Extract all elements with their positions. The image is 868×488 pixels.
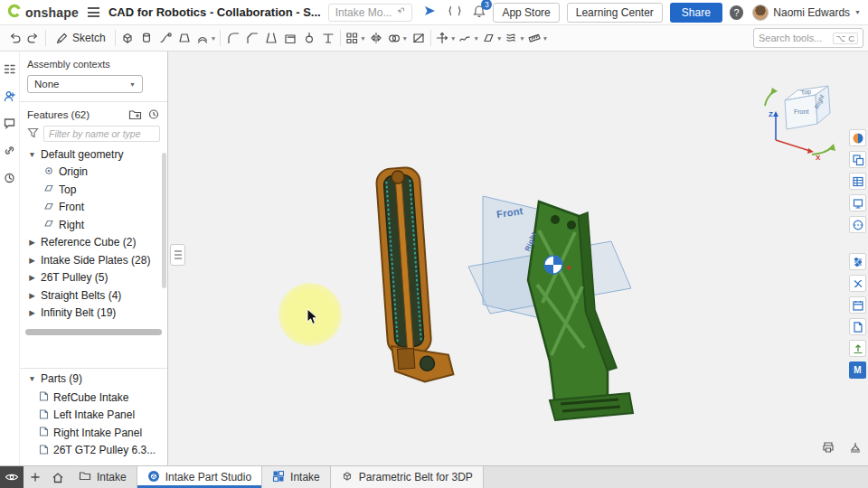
tree-group-straight-belts[interactable]: ▶ Straight Belts (4): [20, 286, 167, 305]
tab-folder-intake[interactable]: Intake: [69, 466, 137, 488]
revolve-icon[interactable]: [137, 27, 156, 49]
panel-scrollbar[interactable]: [162, 153, 166, 288]
extrude-icon[interactable]: [118, 27, 137, 49]
rollback-bar[interactable]: [25, 329, 162, 335]
follow-mode-icon[interactable]: [423, 5, 437, 21]
tree-item-origin[interactable]: Origin: [20, 164, 167, 182]
helix-icon[interactable]: ▼: [503, 27, 525, 49]
configurations-icon[interactable]: [849, 253, 866, 270]
assembly-contexts-select[interactable]: None ▼: [27, 75, 143, 93]
main-menu-icon[interactable]: [86, 5, 101, 19]
sketch-button[interactable]: Sketch: [49, 27, 112, 49]
dropdown-chevron-icon[interactable]: ▼: [496, 35, 502, 42]
bom-table-icon[interactable]: [849, 173, 866, 190]
follow-user-icon[interactable]: [2, 88, 18, 104]
onshape-logo[interactable]: onshape: [7, 4, 79, 21]
tab-intake-assembly[interactable]: Intake: [262, 466, 331, 488]
user-menu[interactable]: Naomi Edwards ▼: [752, 5, 861, 21]
parts-group-header[interactable]: ▼ Parts (9): [20, 369, 167, 389]
dropdown-chevron-icon[interactable]: ▼: [360, 35, 365, 42]
tree-group-default-geometry[interactable]: ▼ Default geometry: [20, 145, 167, 164]
visibility-eye-icon[interactable]: [0, 466, 24, 488]
rib-icon[interactable]: [318, 27, 337, 49]
chamfer-icon[interactable]: [242, 27, 261, 49]
shell-icon[interactable]: [280, 27, 299, 49]
tree-group-intake-side-plates[interactable]: ▶ Intake Side Plates (28): [20, 251, 167, 269]
tree-group-reference-cube[interactable]: ▶ Reference Cube (2): [20, 234, 167, 252]
notifications-bell-icon[interactable]: 3: [473, 5, 486, 21]
drawing-sheet-icon[interactable]: [849, 318, 866, 335]
comments-panel-icon[interactable]: [2, 115, 18, 131]
undo-button[interactable]: [5, 27, 24, 49]
share-link-icon[interactable]: [2, 142, 18, 158]
tree-item-front-plane[interactable]: Front: [20, 199, 167, 217]
thicken-icon[interactable]: ▼: [194, 27, 217, 49]
history-icon[interactable]: [2, 169, 18, 185]
feature-list-panel-icon[interactable]: [2, 61, 18, 77]
search-tools-input[interactable]: [759, 33, 830, 43]
display-states-icon[interactable]: [849, 151, 866, 168]
viewcube-front-label[interactable]: Front: [794, 108, 808, 115]
chevron-right-icon[interactable]: ▶: [28, 256, 36, 265]
part-item[interactable]: 26T GT2 Pulley 6.3...: [20, 442, 167, 460]
tab-parametric-belt[interactable]: Parametric Belt for 3DP: [331, 466, 484, 488]
loft-icon[interactable]: [175, 27, 194, 49]
chevron-right-icon[interactable]: ▶: [28, 273, 36, 282]
boolean-icon[interactable]: ▼: [386, 27, 409, 49]
units-scale-icon[interactable]: [848, 441, 863, 456]
sweep-icon[interactable]: [156, 27, 175, 49]
featurescript-icon[interactable]: [448, 5, 462, 20]
chevron-right-icon[interactable]: ▶: [28, 308, 36, 317]
linear-pattern-icon[interactable]: ▼: [344, 27, 366, 49]
app-store-button[interactable]: App Store: [493, 3, 559, 23]
split-icon[interactable]: [409, 27, 428, 49]
dropdown-chevron-icon[interactable]: ▼: [402, 35, 408, 42]
learning-center-button[interactable]: Learning Center: [567, 3, 663, 23]
named-views-icon[interactable]: [849, 194, 866, 211]
panel-toggle-button[interactable]: [170, 244, 185, 266]
rollback-history-icon[interactable]: [147, 108, 160, 120]
chevron-down-icon[interactable]: ▼: [28, 374, 36, 383]
app-panel-icon[interactable]: M: [849, 361, 866, 379]
chevron-down-icon[interactable]: ▼: [28, 150, 36, 159]
print-icon[interactable]: [821, 441, 835, 456]
redo-button[interactable]: [24, 27, 42, 49]
plane-icon[interactable]: ▼: [480, 27, 503, 49]
tree-group-26t-pulley[interactable]: ▶ 26T Pulley (5): [20, 269, 167, 287]
appearance-panel-icon[interactable]: [849, 129, 866, 146]
chevron-right-icon[interactable]: ▶: [28, 291, 36, 300]
publish-icon[interactable]: [849, 340, 866, 357]
part-item[interactable]: Right Intake Panel: [20, 424, 167, 442]
part-item[interactable]: Left Intake Panel: [20, 407, 167, 425]
fillet-icon[interactable]: [223, 27, 242, 49]
graphics-canvas[interactable]: Front Right Front Top Right: [168, 52, 868, 465]
draft-icon[interactable]: [261, 27, 280, 49]
dropdown-chevron-icon[interactable]: ▼: [542, 35, 548, 42]
chevron-right-icon[interactable]: ▶: [28, 238, 36, 247]
part-item[interactable]: RefCube Intake: [20, 389, 167, 407]
tree-item-right-plane[interactable]: Right: [20, 216, 167, 234]
new-tab-button[interactable]: [24, 466, 46, 488]
section-view-icon[interactable]: [849, 216, 866, 233]
tab-intake-part-studio[interactable]: Intake Part Studio: [137, 466, 262, 488]
create-folder-icon[interactable]: [128, 108, 142, 120]
dropdown-chevron-icon[interactable]: ▼: [519, 35, 524, 42]
workspace-chip[interactable]: Intake Mo...: [328, 4, 413, 22]
dropdown-chevron-icon[interactable]: ▼: [473, 35, 478, 42]
surface-icon[interactable]: ▼: [457, 27, 479, 49]
tree-group-infinity-belt[interactable]: ▶ Infinity Belt (19): [20, 305, 167, 323]
tab-manager-home-button[interactable]: [46, 466, 69, 488]
belt-assembly-model[interactable]: [365, 162, 465, 401]
share-button[interactable]: Share: [670, 3, 722, 23]
measure-icon[interactable]: ▼: [526, 27, 549, 49]
variables-icon[interactable]: [849, 275, 866, 292]
hole-icon[interactable]: [299, 27, 318, 49]
help-button[interactable]: ?: [730, 5, 744, 20]
view-cube[interactable]: Front Top Right Z X: [758, 79, 848, 162]
bracket-model[interactable]: [467, 176, 647, 447]
release-calendar-icon[interactable]: [849, 296, 866, 314]
filter-funnel-icon[interactable]: [27, 127, 39, 141]
transform-icon[interactable]: ▼: [434, 27, 457, 49]
document-title[interactable]: CAD for Robotics - Collaboration - S...: [108, 5, 321, 19]
dropdown-chevron-icon[interactable]: ▼: [450, 35, 456, 42]
